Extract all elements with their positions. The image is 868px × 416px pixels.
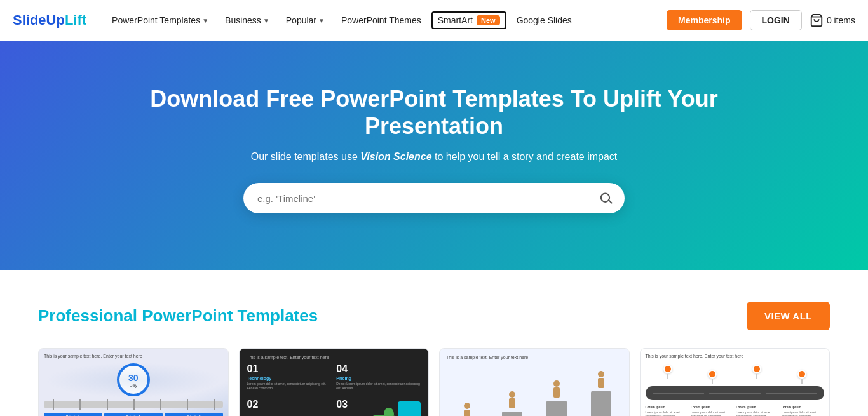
chevron-down-icon: ▼ [318, 17, 325, 24]
membership-button[interactable]: Membership [667, 10, 742, 30]
figure-2 [502, 391, 522, 416]
logo[interactable]: SlideUpLift [13, 12, 86, 29]
template-image-1: This is your sample text here. Enter you… [39, 349, 228, 416]
section-header: Professional PowerPoint Templates VIEW A… [38, 302, 830, 330]
nav-item-google-slides[interactable]: Google Slides [510, 11, 578, 29]
nav-right: Membership LOGIN 0 items [667, 10, 855, 30]
nav-item-smartart[interactable]: SmartArt New [431, 11, 506, 29]
section-title: Professional PowerPoint Templates [38, 306, 318, 326]
nav-item-business[interactable]: Business ▼ [219, 11, 276, 29]
chevron-down-icon: ▼ [263, 17, 269, 24]
figure-1 [457, 403, 477, 416]
search-icon [600, 192, 613, 205]
template-card-1[interactable]: This is your sample text here. Enter you… [38, 348, 229, 416]
card2-top-text: This is a sample text. Enter your text h… [247, 355, 421, 359]
template-image-2: This is a sample text. Enter your text h… [240, 349, 429, 416]
cart-count: 0 items [827, 15, 855, 25]
figure-4 [591, 371, 611, 416]
template-card-2[interactable]: This is a sample text. Enter your text h… [239, 348, 430, 416]
svg-rect-2 [398, 401, 421, 416]
navbar: SlideUpLift PowerPoint Templates ▼ Busin… [0, 0, 868, 41]
puzzle-graphic [371, 396, 422, 416]
hero-subtitle: Our slide templates use Vision Science t… [251, 151, 618, 163]
card1-top-text: This is your sample text here. Enter you… [44, 354, 142, 358]
card4-top-text: This is your sample text here. Enter you… [646, 354, 825, 358]
nav-links: PowerPoint Templates ▼ Business ▼ Popula… [105, 11, 667, 29]
cart-icon [810, 13, 824, 27]
templates-section: Professional PowerPoint Templates VIEW A… [0, 270, 868, 416]
view-all-button[interactable]: VIEW ALL [747, 302, 830, 330]
new-badge: New [477, 15, 500, 25]
card1-ruler [44, 401, 223, 408]
nav-item-popular[interactable]: Popular ▼ [280, 11, 331, 29]
hero-title: Download Free PowerPoint Templates To Up… [148, 85, 720, 140]
nav-item-powerpoint-themes[interactable]: PowerPoint Themes [335, 11, 428, 29]
figure-3 [546, 380, 567, 416]
templates-grid: This is your sample text here. Enter you… [38, 348, 830, 416]
card3-top-text: This is a sample text. Enter your text h… [446, 355, 623, 359]
hero-section: Download Free PowerPoint Templates To Up… [0, 41, 868, 270]
template-card-3[interactable]: This is a sample text. Enter your text h… [439, 348, 630, 416]
search-input[interactable] [243, 184, 589, 213]
search-button[interactable] [589, 183, 625, 213]
cart-area[interactable]: 0 items [810, 13, 855, 27]
nav-item-powerpoint-templates[interactable]: PowerPoint Templates ▼ [105, 11, 215, 29]
template-card-4[interactable]: This is your sample text here. Enter you… [640, 348, 831, 416]
template-image-3: This is a sample text. Enter your text h… [440, 349, 629, 416]
search-bar [243, 183, 625, 213]
chevron-down-icon: ▼ [202, 17, 208, 24]
template-image-4: This is your sample text here. Enter you… [641, 349, 830, 416]
card1-table: Priority 1 Lorem ipsum dolor sit amet te… [44, 413, 223, 416]
login-button[interactable]: LOGIN [750, 10, 802, 30]
